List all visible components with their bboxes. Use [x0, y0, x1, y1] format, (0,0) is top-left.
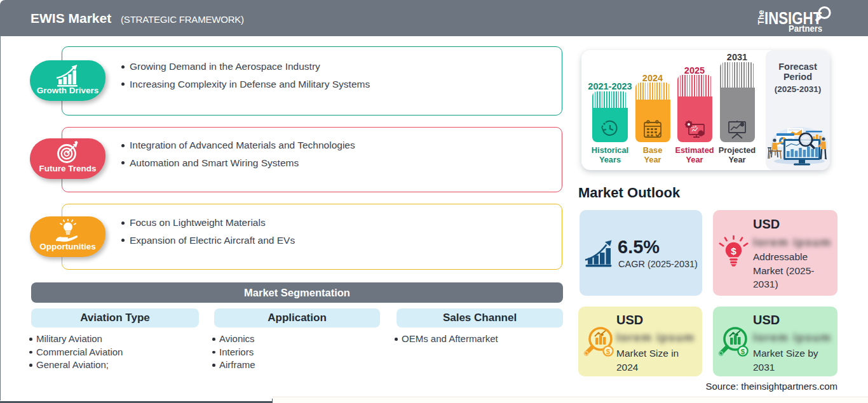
- svg-text:$: $: [731, 246, 736, 256]
- svg-text:$: $: [741, 348, 745, 355]
- svg-text:$: $: [606, 348, 611, 355]
- svg-text:Partners: Partners: [789, 23, 822, 34]
